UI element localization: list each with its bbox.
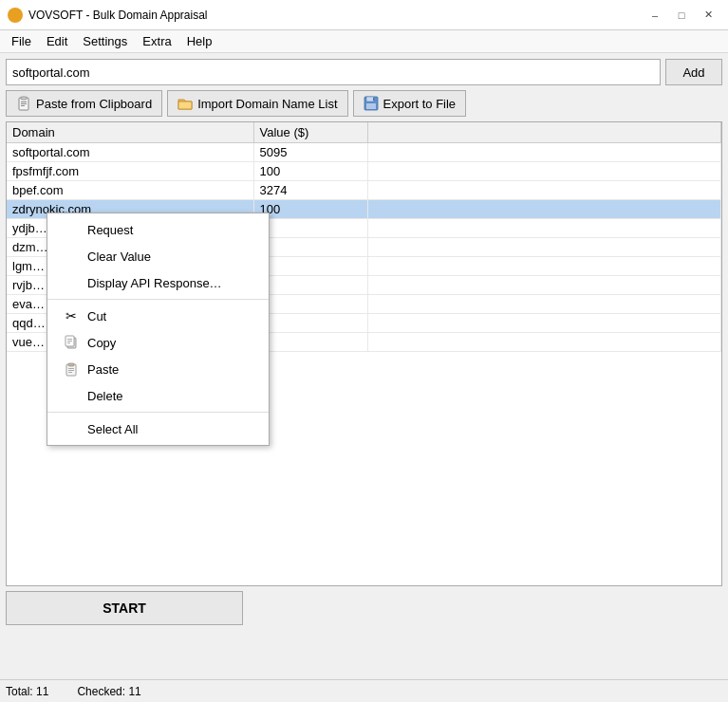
menu-file[interactable]: File: [4, 32, 39, 50]
checked-status: Checked: 11: [77, 685, 140, 698]
extra-cell: [367, 257, 721, 276]
toolbar: Paste from Clipboard Import Domain Name …: [6, 90, 722, 117]
folder-icon: [177, 96, 193, 111]
start-button[interactable]: START: [6, 591, 243, 625]
ctx-paste[interactable]: Paste: [47, 356, 269, 382]
svg-rect-18: [68, 372, 72, 373]
api-response-icon: [63, 274, 80, 291]
maximize-button[interactable]: □: [669, 5, 694, 26]
domain-table-container: Domain Value ($) softportal.com5095fpsfm…: [6, 121, 722, 586]
ctx-clear-value[interactable]: Clear Value: [47, 243, 269, 269]
ctx-separator-1: [47, 299, 269, 300]
menu-edit[interactable]: Edit: [39, 32, 75, 50]
import-button[interactable]: Import Domain Name List: [167, 90, 347, 117]
value-cell: 3274: [253, 181, 367, 200]
svg-rect-13: [67, 342, 70, 343]
extra-cell: [367, 219, 721, 238]
ctx-request[interactable]: Request: [47, 216, 269, 243]
window-title: VOVSOFT - Bulk Domain Appraisal: [28, 9, 643, 22]
svg-rect-7: [366, 103, 376, 109]
value-cell: 5095: [253, 143, 367, 162]
extra-cell: [367, 295, 721, 314]
extra-cell: [367, 314, 721, 333]
svg-rect-2: [21, 102, 27, 102]
extra-cell: [367, 181, 721, 200]
svg-rect-4: [21, 105, 25, 106]
search-row: Add: [6, 59, 722, 85]
floppy-icon: [364, 96, 379, 111]
svg-rect-17: [68, 370, 74, 371]
table-row[interactable]: fpsfmfjf.com100: [7, 162, 721, 181]
paste-from-clipboard-button[interactable]: Paste from Clipboard: [6, 90, 162, 117]
status-bar: Total: 11 Checked: 11: [0, 679, 728, 702]
value-cell: [253, 276, 367, 295]
extra-cell: [367, 200, 721, 219]
main-content: Add Paste from Clipboard: [0, 53, 728, 631]
svg-rect-11: [67, 339, 72, 340]
extra-cell: [367, 333, 721, 352]
window-controls: – □ ✕: [643, 5, 720, 26]
ctx-separator-2: [47, 412, 269, 413]
svg-rect-8: [373, 98, 374, 101]
ctx-copy[interactable]: Copy: [47, 329, 269, 356]
export-button-label: Export to File: [383, 97, 457, 111]
ctx-cut[interactable]: ✂ Cut: [47, 303, 269, 329]
extra-cell: [367, 276, 721, 295]
svg-rect-16: [68, 368, 74, 369]
add-button[interactable]: Add: [665, 59, 722, 85]
extra-cell: [367, 238, 721, 257]
import-button-label: Import Domain Name List: [197, 97, 337, 111]
copy-icon: [63, 334, 80, 351]
col-header-value: Value ($): [253, 122, 367, 143]
domain-cell: softportal.com: [7, 143, 253, 162]
svg-rect-12: [67, 341, 72, 342]
ctx-delete[interactable]: Delete: [47, 382, 269, 409]
extra-cell: [367, 162, 721, 181]
svg-rect-15: [68, 363, 74, 366]
select-all-icon: [63, 420, 80, 437]
svg-rect-6: [366, 97, 374, 102]
total-status: Total: 11: [6, 685, 48, 698]
domain-cell: fpsfmfjf.com: [7, 162, 253, 181]
value-cell: [253, 295, 367, 314]
table-row[interactable]: bpef.com3274: [7, 181, 721, 200]
value-cell: 100: [253, 200, 367, 219]
svg-rect-1: [21, 97, 27, 100]
value-cell: 2: [253, 333, 367, 352]
col-header-extra: [367, 122, 721, 143]
delete-icon: [63, 387, 80, 404]
ctx-display-api[interactable]: Display API Response…: [47, 269, 269, 296]
menu-extra[interactable]: Extra: [135, 32, 178, 50]
clipboard-icon: [16, 96, 31, 111]
domain-cell: bpef.com: [7, 181, 253, 200]
paste-icon: [63, 360, 80, 378]
paste-button-label: Paste from Clipboard: [36, 97, 152, 111]
title-bar: VOVSOFT - Bulk Domain Appraisal – □ ✕: [0, 0, 728, 30]
minimize-button[interactable]: –: [643, 5, 667, 26]
export-button[interactable]: Export to File: [353, 90, 467, 117]
app-icon: [8, 8, 23, 23]
scissors-icon: ✂: [63, 307, 80, 324]
value-cell: 100: [253, 162, 367, 181]
table-row[interactable]: softportal.com5095: [7, 143, 721, 162]
col-header-domain: Domain: [7, 122, 253, 143]
context-menu: Request Clear Value Display API Response…: [47, 212, 270, 446]
request-icon: [63, 221, 80, 238]
svg-rect-3: [21, 103, 27, 104]
value-cell: [253, 219, 367, 238]
value-cell: [253, 314, 367, 333]
close-button[interactable]: ✕: [696, 5, 720, 26]
domain-input[interactable]: [6, 59, 661, 85]
menu-bar: File Edit Settings Extra Help: [0, 30, 728, 53]
ctx-select-all[interactable]: Select All: [47, 416, 269, 442]
menu-help[interactable]: Help: [179, 32, 220, 50]
menu-settings[interactable]: Settings: [75, 32, 135, 50]
extra-cell: [367, 143, 721, 162]
clear-value-icon: [63, 248, 80, 265]
value-cell: [253, 238, 367, 257]
value-cell: [253, 257, 367, 276]
start-area: START: [6, 591, 722, 625]
